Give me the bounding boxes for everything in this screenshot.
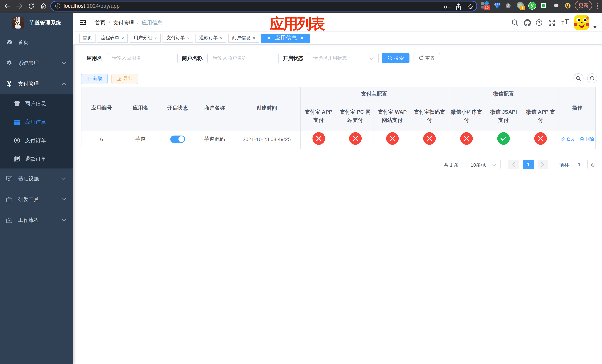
svg-text:?: ? bbox=[538, 20, 540, 25]
